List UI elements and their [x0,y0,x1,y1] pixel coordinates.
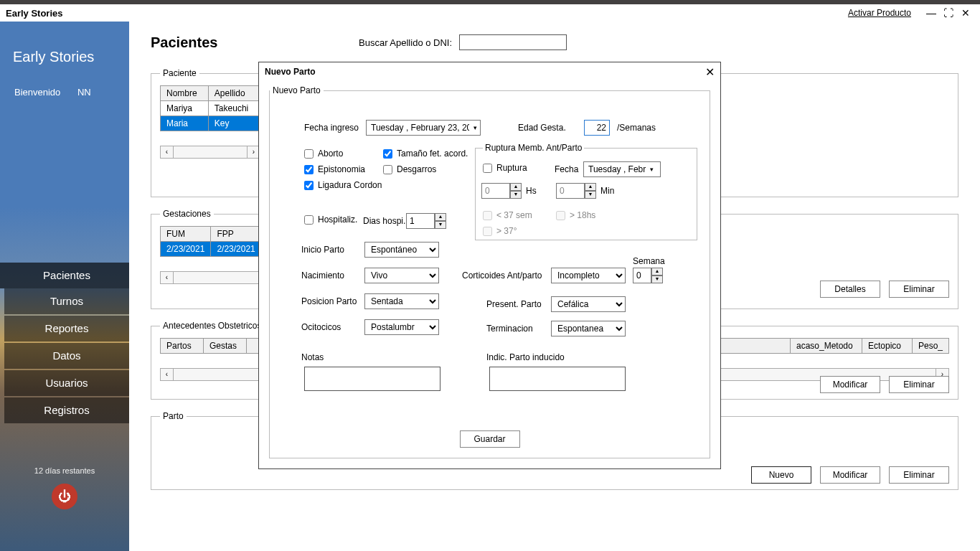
group-nuevo-parto: Nuevo Parto Fecha ingreso Tuesday , Febr… [269,85,710,458]
nav-usuarios[interactable]: Usuarios [4,370,129,396]
col-fpp[interactable]: FPP [211,227,261,242]
modificar-button[interactable]: Modificar [820,466,880,484]
app-title: Early Stories [6,8,63,19]
edad-gesta-input[interactable] [584,120,610,136]
dialog-close-icon[interactable]: ✕ [705,65,715,79]
titlebar: Early Stories Activar Producto — ⛶ ✕ [0,0,980,22]
nav: Pacientes Turnos Reportes Datos Usuarios… [0,263,129,423]
chk-gt37[interactable]: > 37° [483,226,517,236]
activate-link[interactable]: Activar Producto [848,8,911,18]
fecha-ingreso-picker[interactable]: Tuesday , February 23, 20 ▾ [366,120,481,136]
legend-parto: Parto [160,411,187,421]
table-row: MariyaTakeuchi [161,101,260,116]
nuevo-button[interactable]: Nuevo [751,466,811,484]
current-user: NN [77,87,91,98]
legend-ant: Antecedentes Obstetricos [160,321,264,331]
posicion-select[interactable]: Sentada [364,293,439,309]
table-paciente[interactable]: NombreApellido MariyaTakeuchi MariaKey [160,85,260,131]
detalles-button[interactable]: Detalles [820,281,880,298]
table-row: MariaKey [161,116,260,131]
legend-nuevo-parto: Nuevo Parto [270,85,324,95]
label-dias-hospi: Dias hospi. [363,216,405,226]
col-partos[interactable]: Partos [161,339,204,354]
legend-paciente: Paciente [160,68,199,78]
present-select[interactable]: Cefálica [551,296,626,312]
col-fum[interactable]: FUM [161,227,211,242]
label-inicio: Inicio Parto [301,245,344,255]
label-posicion: Posicion Parto [301,296,357,306]
sidebar: Early Stories Bienvenido NN Pacientes Tu… [0,22,129,551]
col-apellido[interactable]: Apellido [208,86,260,101]
nav-registros[interactable]: Registros [4,397,129,423]
search-row: Buscar Apellido o DNI: [359,34,567,50]
label-indic: Indic. Parto inducido [486,352,565,362]
legend-gest: Gestaciones [160,209,214,219]
dias-hospi-spinner[interactable]: ▲▼ [406,213,446,229]
col-ectopico[interactable]: Ectopico [862,339,912,354]
nav-reportes[interactable]: Reportes [4,316,129,342]
label-semanas: /Semanas [617,123,656,133]
nacimiento-select[interactable]: Vivo [364,268,439,283]
chk-ruptura[interactable]: Ruptura [483,163,527,173]
fecha-ruptura-picker[interactable]: Tuesday , Febr ▾ [583,161,661,177]
fecha-ruptura-value: Tuesday , Febr [588,164,646,174]
dialog-title-text: Nuevo Parto [265,67,316,77]
nav-turnos[interactable]: Turnos [4,288,129,314]
dialog-titlebar[interactable]: Nuevo Parto ✕ [259,62,720,81]
eliminar-button[interactable]: Eliminar [889,376,949,393]
min-spinner[interactable]: ▲▼ [556,183,596,199]
cortic-select[interactable]: Incompleto [551,268,626,283]
label-hs: Hs [526,186,537,196]
days-remaining: 12 días restantes [0,466,129,475]
hscrollbar[interactable]: ‹› [160,146,260,159]
indic-textarea[interactable] [489,367,626,391]
welcome: Bienvenido NN [0,65,129,98]
chk-aborto[interactable]: Aborto [304,149,343,159]
chk-gt18[interactable]: > 18hs [556,210,595,220]
chk-ligadura[interactable]: Ligadura Cordon [304,180,382,190]
nav-pacientes[interactable]: Pacientes [0,263,129,288]
label-semana: Semana [633,256,665,266]
label-ocitocicos: Ocitocicos [301,322,341,332]
hscrollbar[interactable]: ‹› [160,271,275,284]
modificar-button[interactable]: Modificar [820,376,880,393]
label-min: Min [600,186,614,196]
ocitocicos-select[interactable]: Postalumbr [364,319,439,335]
eliminar-button[interactable]: Eliminar [889,466,949,484]
chk-hospitaliz[interactable]: Hospitaliz. [304,215,357,225]
label-notas: Notas [301,352,324,362]
col-nombre[interactable]: Nombre [161,86,209,101]
inicio-select[interactable]: Espontáneo [364,242,439,258]
dialog-nuevo-parto: Nuevo Parto ✕ Nuevo Parto Fecha ingreso … [258,62,721,469]
welcome-label: Bienvenido [14,87,60,98]
eliminar-button[interactable]: Eliminar [889,281,949,298]
chk-desgarros[interactable]: Desgarros [383,164,436,174]
chk-tamano[interactable]: Tamaño fet. acord. [383,149,468,159]
search-input[interactable] [459,34,567,50]
chk-lt37[interactable]: < 37 sem [483,210,532,220]
label-nacimiento: Nacimiento [301,270,344,281]
fecha-ingreso-value: Tuesday , February 23, 20 [371,123,469,133]
chk-epistonomia[interactable]: Epistonomia [304,164,365,174]
minimize-button[interactable]: — [923,7,940,19]
search-label: Buscar Apellido o DNI: [359,37,452,48]
chevron-down-icon[interactable]: ▾ [650,166,654,173]
col-metodo[interactable]: acaso_Metodo [790,339,862,354]
power-icon[interactable]: ⏻ [52,484,77,509]
col-peso[interactable]: Peso_ [912,339,948,354]
guardar-button[interactable]: Guardar [460,430,520,448]
semana-spinner[interactable]: ▲▼ [633,268,663,283]
nav-datos[interactable]: Datos [4,343,129,369]
chevron-down-icon[interactable]: ▾ [473,124,477,131]
brand: Early Stories [0,22,129,65]
hs-spinner[interactable]: ▲▼ [481,183,522,199]
label-edad-gesta: Edad Gesta. [518,123,566,133]
terminacion-select[interactable]: Espontanea [551,321,626,336]
maximize-button[interactable]: ⛶ [940,7,957,19]
label-cortic: Corticoides Ant/parto [462,270,542,281]
close-button[interactable]: ✕ [957,7,974,19]
label-terminacion: Terminacion [486,324,533,334]
notas-textarea[interactable] [304,367,440,391]
col-gestas[interactable]: Gestas [204,339,247,354]
group-ruptura: Ruptura Memb. Ant/Parto Ruptura Fecha Tu… [475,143,697,240]
